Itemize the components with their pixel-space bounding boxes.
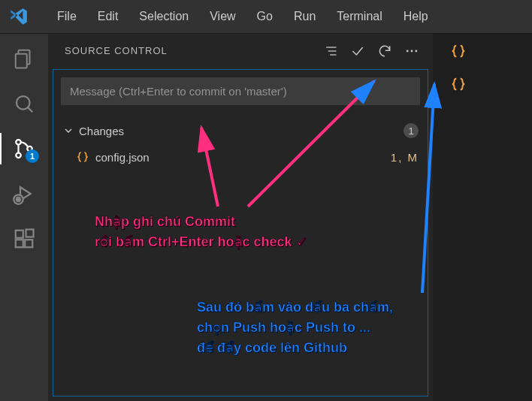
svg-rect-10 (16, 240, 23, 247)
editor-area-edge (433, 34, 484, 401)
scm-actions (323, 44, 427, 59)
scm-badge: 1 (26, 149, 39, 163)
json-braces-icon (450, 43, 467, 59)
chevron-down-icon (62, 125, 74, 137)
menu-go[interactable]: Go (246, 5, 283, 28)
commit-message-input[interactable] (61, 77, 420, 105)
svg-point-2 (17, 96, 30, 110)
scm-header: SOURCE CONTROL (48, 34, 433, 68)
annotation-text: rồi bấm Ctrl+Enter hoặc check ✓ (95, 232, 307, 252)
view-tree-icon[interactable] (323, 44, 338, 59)
menubar: File Edit Selection View Go Run Terminal… (0, 0, 532, 33)
svg-rect-11 (25, 240, 32, 247)
activity-explorer[interactable] (0, 47, 48, 70)
annotation-push-hint: Sau đó bấm vào dấu ba chấm, chọn Push ho… (197, 297, 393, 358)
annotation-commit-hint: Nhập ghi chú Commit rồi bấm Ctrl+Enter h… (95, 212, 307, 252)
activity-debug[interactable] (0, 182, 48, 205)
svg-point-4 (16, 140, 21, 145)
menu-help[interactable]: Help (393, 5, 439, 28)
svg-point-18 (415, 50, 417, 52)
menu-terminal[interactable]: Terminal (326, 5, 392, 28)
activity-extensions[interactable] (0, 228, 48, 250)
svg-line-3 (28, 107, 32, 112)
svg-rect-12 (26, 230, 34, 237)
json-braces-icon (450, 76, 467, 92)
menu-run[interactable]: Run (283, 5, 326, 28)
file-name: config.json (95, 151, 391, 164)
svg-rect-9 (16, 231, 23, 238)
changes-label: Changes (79, 125, 404, 137)
activity-bar: 1 (0, 34, 48, 401)
svg-rect-1 (16, 54, 27, 68)
changes-section-header[interactable]: Changes 1 (61, 120, 420, 141)
menu-edit[interactable]: Edit (87, 5, 129, 28)
annotation-text: Nhập ghi chú Commit (95, 212, 307, 232)
svg-point-16 (407, 50, 409, 52)
commit-check-icon[interactable] (350, 44, 365, 59)
scm-title: SOURCE CONTROL (65, 45, 323, 56)
vscode-logo-icon (9, 7, 29, 26)
refresh-icon[interactable] (377, 44, 392, 59)
json-file-icon (76, 150, 89, 164)
menu-file[interactable]: File (47, 5, 87, 28)
more-actions-icon[interactable] (404, 44, 419, 59)
svg-point-5 (16, 153, 21, 158)
svg-point-17 (411, 50, 413, 52)
annotation-text: chọn Push hoặc Push to ... (197, 318, 393, 338)
changes-count-badge: 1 (404, 123, 419, 138)
annotation-text: Sau đó bấm vào dấu ba chấm, (197, 297, 393, 318)
menu-view[interactable]: View (199, 5, 246, 28)
activity-source-control[interactable]: 1 (0, 137, 48, 160)
file-status: 1, M (391, 151, 419, 164)
annotation-text: để đẩy code lên Github (197, 338, 393, 358)
menu-selection[interactable]: Selection (128, 5, 199, 28)
activity-search[interactable] (0, 92, 48, 115)
changed-file-row[interactable]: config.json 1, M (61, 146, 420, 168)
